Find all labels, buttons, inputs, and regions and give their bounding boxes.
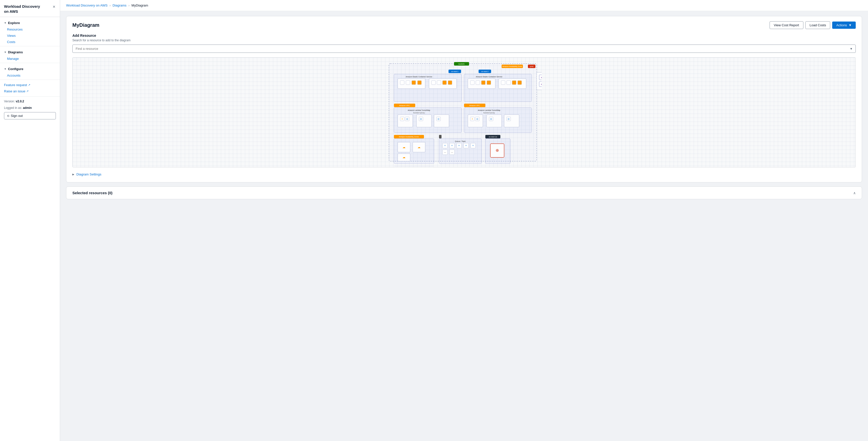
explore-chevron-icon: ▼ bbox=[4, 22, 6, 24]
actions-chevron-icon: ▼ bbox=[848, 23, 852, 27]
feature-request-link[interactable]: Feature request ↗ bbox=[0, 82, 60, 88]
sidebar-section-configure-label[interactable]: ▼ Configure bbox=[0, 66, 60, 72]
svg-rect-34 bbox=[518, 80, 522, 84]
svg-text:λ: λ bbox=[402, 117, 403, 120]
svg-rect-20 bbox=[437, 80, 441, 84]
svg-text:Amazon VPC: Amazon VPC bbox=[469, 105, 480, 106]
selected-resources-header[interactable]: Selected resources (0) ∧ bbox=[66, 187, 862, 199]
diagram-settings-toggle[interactable]: ▶ Diagram Settings bbox=[72, 171, 856, 177]
sidebar-header: Workload Discovery on AWS × bbox=[0, 0, 60, 17]
svg-text:us-east-1a: us-east-1a bbox=[489, 136, 497, 138]
sidebar-section-diagrams-label[interactable]: ▼ Diagrams bbox=[0, 49, 60, 56]
sidebar-links: Feature request ↗ Raise an issue ↗ bbox=[0, 80, 60, 97]
svg-rect-15 bbox=[406, 80, 410, 84]
breadcrumb-sep-2: › bbox=[128, 4, 129, 7]
svg-rect-33 bbox=[512, 80, 516, 84]
diagram-svg: bucket1 Amazon Availability Zone prod us… bbox=[386, 59, 542, 166]
breadcrumb-sep-1: › bbox=[110, 4, 111, 7]
svg-rect-14 bbox=[400, 80, 404, 84]
breadcrumb-current: MyDiagram bbox=[131, 3, 148, 7]
logged-in-info: Logged in as: admin bbox=[0, 105, 60, 112]
load-costs-button[interactable]: Load Costs bbox=[805, 21, 831, 29]
svg-rect-22 bbox=[448, 80, 452, 84]
svg-rect-17 bbox=[417, 80, 422, 84]
svg-text:+: + bbox=[444, 144, 446, 147]
sidebar-item-views[interactable]: Views bbox=[0, 33, 60, 39]
svg-rect-19 bbox=[432, 80, 435, 84]
svg-rect-26 bbox=[470, 80, 474, 84]
svg-text:function=proxy: function=proxy bbox=[483, 112, 495, 114]
svg-text:—: — bbox=[444, 151, 446, 154]
svg-rect-28 bbox=[481, 80, 485, 84]
version-info: Version: v2.0.2 bbox=[0, 97, 60, 105]
svg-rect-29 bbox=[487, 80, 491, 84]
sign-out-icon: ⎋ bbox=[7, 114, 9, 117]
svg-text:Multiple Availability Zones: Multiple Availability Zones bbox=[399, 136, 419, 138]
svg-text:λ: λ bbox=[472, 117, 473, 120]
diagram-svg-container: bucket1 Amazon Availability Zone prod us… bbox=[73, 58, 856, 167]
svg-rect-57 bbox=[434, 115, 449, 127]
sign-out-button[interactable]: ⎋ Sign out bbox=[4, 112, 56, 120]
sidebar-item-costs[interactable]: Costs bbox=[0, 39, 60, 45]
svg-text:◎: ◎ bbox=[490, 117, 492, 120]
svg-rect-31 bbox=[501, 80, 505, 84]
diagram-header: MyDiagram View Cost Report Load Costs Ac… bbox=[72, 21, 856, 29]
svg-text:—: — bbox=[451, 151, 453, 154]
add-resource-label: Add Resource bbox=[72, 34, 856, 38]
svg-text:+: + bbox=[451, 144, 453, 147]
svg-text:+: + bbox=[465, 144, 467, 147]
raise-issue-link[interactable]: Raise an issue ↗ bbox=[0, 88, 60, 94]
svg-text:Amazon Elastic Container Servi: Amazon Elastic Container Service bbox=[406, 76, 432, 77]
view-cost-report-button[interactable]: View Cost Report bbox=[770, 21, 803, 29]
svg-rect-21 bbox=[442, 80, 446, 84]
sidebar-title: Workload Discovery on AWS bbox=[4, 4, 40, 14]
svg-text:◎: ◎ bbox=[406, 117, 408, 120]
svg-rect-16 bbox=[412, 80, 416, 84]
svg-text:Amazon Elastic Container Servi: Amazon Elastic Container Service bbox=[476, 76, 502, 77]
svg-text:◎: ◎ bbox=[420, 117, 422, 120]
configure-label: Configure bbox=[8, 67, 23, 71]
header-actions: View Cost Report Load Costs Actions ▼ bbox=[770, 21, 856, 29]
svg-rect-70 bbox=[487, 115, 502, 127]
svg-rect-32 bbox=[507, 80, 510, 84]
svg-text:function=proxy: function=proxy bbox=[413, 112, 425, 114]
sidebar-item-resources[interactable]: Resources bbox=[0, 26, 60, 33]
svg-text:◈: ◈ bbox=[541, 83, 542, 86]
diagrams-label: Diagrams bbox=[8, 50, 23, 54]
page-content: MyDiagram View Cost Report Load Costs Ac… bbox=[60, 11, 868, 441]
breadcrumb-diagrams-link[interactable]: Diagrams bbox=[113, 3, 126, 7]
sidebar-close-button[interactable]: × bbox=[52, 4, 56, 9]
sidebar-section-explore: ▼ Explore Resources Views Costs bbox=[0, 17, 60, 46]
svg-text:Amazon Lambda TunnelMap: Amazon Lambda TunnelMap bbox=[408, 109, 430, 111]
actions-button[interactable]: Actions ▼ bbox=[832, 22, 856, 29]
svg-text:bucket1: bucket1 bbox=[459, 63, 465, 65]
configure-chevron-icon: ▼ bbox=[4, 68, 6, 70]
svg-text:+: + bbox=[472, 144, 474, 147]
settings-triangle-icon: ▶ bbox=[72, 173, 74, 176]
page-title: MyDiagram bbox=[72, 22, 99, 28]
svg-text:◎: ◎ bbox=[437, 117, 439, 120]
add-resource-description: Search for a resource to add to the diag… bbox=[72, 38, 856, 42]
svg-text:◎: ◎ bbox=[508, 117, 509, 120]
sidebar: Workload Discovery on AWS × ▼ Explore Re… bbox=[0, 0, 60, 441]
diagrams-chevron-icon: ▼ bbox=[4, 51, 6, 54]
external-link-icon: ↗ bbox=[28, 83, 30, 87]
svg-rect-27 bbox=[476, 80, 480, 84]
sidebar-section-explore-label[interactable]: ▼ Explore bbox=[0, 20, 60, 26]
svg-text:+: + bbox=[458, 144, 460, 147]
svg-text:Amazon Availability Zone: Amazon Availability Zone bbox=[502, 66, 522, 68]
sidebar-item-manage[interactable]: Manage bbox=[0, 56, 60, 62]
svg-text:◈: ◈ bbox=[541, 76, 542, 78]
find-resource-input[interactable] bbox=[72, 44, 856, 53]
diagram-canvas[interactable]: bucket1 Amazon Availability Zone prod us… bbox=[72, 57, 856, 167]
svg-rect-54 bbox=[416, 115, 432, 127]
add-resource-section: Add Resource Search for a resource to ad… bbox=[72, 34, 856, 53]
svg-text:⊕: ⊕ bbox=[496, 148, 499, 152]
breadcrumb-home-link[interactable]: Workload Discovery on AWS bbox=[66, 3, 107, 7]
svg-text:☁: ☁ bbox=[402, 156, 405, 159]
svg-text:◎: ◎ bbox=[476, 117, 478, 120]
diagram-card: MyDiagram View Cost Report Load Costs Ac… bbox=[66, 16, 862, 182]
sidebar-section-diagrams: ▼ Diagrams Manage bbox=[0, 46, 60, 63]
svg-rect-49 bbox=[398, 115, 413, 127]
sidebar-item-accounts[interactable]: Accounts bbox=[0, 72, 60, 78]
